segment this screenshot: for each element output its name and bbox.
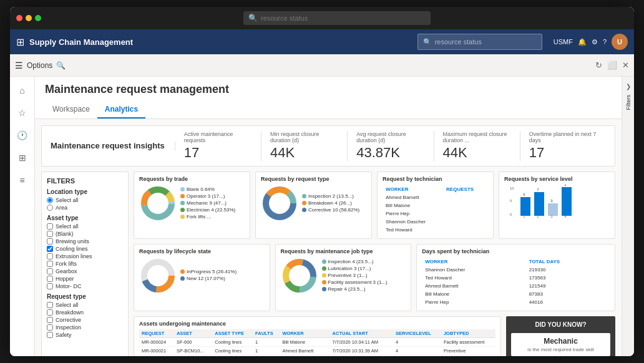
app-bar: 🔍 bbox=[10, 7, 634, 29]
table-row: Ahmed Barnett121549 bbox=[423, 283, 608, 289]
days-col-worker: WORKER bbox=[423, 258, 526, 265]
type-donut-svg bbox=[261, 185, 298, 222]
list-icon[interactable]: ≡ bbox=[14, 172, 31, 189]
svg-text:0: 0 bbox=[510, 213, 512, 216]
browser-search-input[interactable] bbox=[261, 14, 426, 22]
svg-rect-16 bbox=[562, 187, 572, 216]
settings-icon[interactable]: ⚙ bbox=[592, 38, 598, 46]
star-icon[interactable]: ☆ bbox=[14, 104, 31, 122]
charts-mid-row: Requests by lifecycle state InProgress 5… bbox=[134, 244, 615, 311]
open-new-icon[interactable]: ⬜ bbox=[607, 60, 617, 70]
kpi-label-4: Overtime planned in next 7 days bbox=[529, 131, 597, 143]
options-search-icon[interactable]: 🔍 bbox=[56, 61, 66, 70]
filter-req-corrective[interactable]: Corrective bbox=[47, 317, 123, 323]
right-filter-panel: ❯ Filters bbox=[622, 77, 634, 356]
hamburger-icon[interactable]: ☰ bbox=[15, 60, 23, 70]
filter-location-area[interactable]: Area bbox=[47, 205, 123, 211]
d365-search-bar[interactable]: 🔍 bbox=[417, 34, 542, 50]
right-panel-collapse-arrow[interactable]: ❯ bbox=[626, 83, 631, 90]
user-avatar[interactable]: U bbox=[612, 34, 628, 50]
kpi-item-2: Avg request closure duration (d) 43.87K bbox=[348, 131, 434, 161]
search-icon: 🔍 bbox=[248, 14, 258, 22]
chart-trade-donut: Blank 0.64% Operator 3 (17...) Mechanic … bbox=[139, 185, 245, 222]
chart-maintenance-type: Requests by maintenance job type bbox=[275, 244, 412, 311]
kpi-item-0: Active maintenance requests 17 bbox=[175, 131, 261, 161]
svg-text:7: 7 bbox=[537, 188, 539, 191]
chart-trade-title: Requests by trade bbox=[139, 176, 245, 182]
filter-asset-blank[interactable]: (Blank) bbox=[47, 231, 123, 237]
chart-lifecycle: Requests by lifecycle state InProgress 5… bbox=[134, 244, 270, 311]
modules-icon[interactable]: ⊞ bbox=[14, 149, 31, 167]
maint-type-legend: Inspection 4 (23.5...) Lubrication 3 (17… bbox=[322, 259, 388, 293]
service-bar-chart: 10 5 0 1 bbox=[504, 185, 610, 219]
close-icon[interactable]: ✕ bbox=[622, 60, 629, 70]
filter-group-asset: Asset type bbox=[47, 215, 123, 221]
maximize-dot[interactable] bbox=[35, 15, 41, 21]
kpi-value-3: 44K bbox=[443, 145, 511, 161]
filter-req-inspection[interactable]: Inspection bbox=[47, 324, 123, 331]
filters-panel: FILTERS Location type Select all Area As… bbox=[41, 172, 129, 356]
svg-text:10: 10 bbox=[510, 186, 514, 190]
kpi-item-1: Min request closure duration (d) 44K bbox=[261, 131, 348, 161]
filter-asset-motor[interactable]: Motor- DC bbox=[47, 283, 123, 289]
chart-service-level: Requests by service level 10 5 0 bbox=[499, 172, 615, 239]
d365-search-input[interactable] bbox=[435, 38, 537, 46]
table-row: Ted Howard173563 bbox=[423, 274, 608, 281]
home-icon[interactable]: ⌂ bbox=[14, 82, 31, 99]
chart-maint-type-title: Requests by maintenance job type bbox=[281, 248, 406, 254]
filter-asset-forklifts[interactable]: Fork lifts bbox=[47, 261, 123, 267]
service-level-svg: 10 5 0 1 bbox=[507, 185, 582, 219]
minimize-dot[interactable] bbox=[26, 15, 32, 21]
browser-search-bar[interactable]: 🔍 bbox=[243, 11, 431, 25]
filters-title: FILTERS bbox=[47, 177, 123, 185]
filter-req-safety[interactable]: Safety bbox=[47, 332, 123, 338]
table-row: MR-000021SP-BCM10...Cooling lines1Ahmed … bbox=[139, 347, 495, 356]
page-tabs: Workspace Analytics bbox=[45, 101, 612, 119]
dashboard: Maintenance request insights Active main… bbox=[35, 119, 622, 356]
dyk-title: DID YOU KNOW? bbox=[511, 321, 610, 328]
filter-asset-hopper[interactable]: Hopper bbox=[47, 276, 123, 282]
table-row: Bill Malone bbox=[384, 202, 487, 209]
table-row: Shannon Dascher219330 bbox=[423, 266, 608, 273]
filter-asset-gearbox[interactable]: Gearbox bbox=[47, 268, 123, 274]
filter-asset-extrusion[interactable]: Extrusion lines bbox=[47, 253, 123, 259]
charts-top-row: Requests by trade bbox=[134, 172, 615, 239]
lifecycle-legend: InProgress 5 (26.41%) New 12 (17.07%) bbox=[180, 269, 237, 283]
days-col-total: TOTAL DAYS bbox=[527, 258, 608, 265]
recent-icon[interactable]: 🕐 bbox=[14, 127, 31, 144]
table-row: Pierre Hep44016 bbox=[423, 299, 608, 306]
chart-requests-by-type: Requests by request type bbox=[255, 172, 372, 239]
refresh-icon[interactable]: ↻ bbox=[595, 60, 602, 70]
tab-analytics[interactable]: Analytics bbox=[97, 101, 145, 119]
charts-area: FILTERS Location type Select all Area As… bbox=[41, 172, 615, 356]
trade-donut-svg bbox=[139, 185, 177, 222]
content-area: Maintenance request management Workspace… bbox=[35, 77, 622, 356]
notification-icon[interactable]: 🔔 bbox=[578, 38, 587, 46]
svg-rect-15 bbox=[548, 203, 558, 216]
table-row: Ted Howard bbox=[384, 226, 487, 233]
filter-req-all[interactable]: Select all bbox=[47, 302, 123, 308]
filter-location-all[interactable]: Select all bbox=[47, 197, 123, 203]
maintenance-data-table: REQUESTASSETASSET TYPEFAULTSWORKERACTUAL… bbox=[139, 329, 495, 356]
filter-asset-cooling[interactable]: Cooling lines bbox=[47, 246, 123, 252]
filter-group-location: Location type bbox=[47, 188, 123, 195]
filter-req-breakdown[interactable]: Breakdown bbox=[47, 309, 123, 316]
table-row: Ahmed Barnett bbox=[384, 194, 487, 201]
tech-col-worker: WORKER bbox=[384, 186, 443, 193]
table-row: Shannon Dascher bbox=[384, 218, 487, 225]
close-dot[interactable] bbox=[16, 15, 22, 21]
tab-workspace[interactable]: Workspace bbox=[45, 101, 97, 119]
right-panel-filters-label[interactable]: Filters bbox=[625, 95, 632, 110]
chart-type-donut: Inspection 2 (13.5...) Breakdown 4 (26..… bbox=[261, 185, 366, 222]
filter-asset-brewing[interactable]: Brewing units bbox=[47, 238, 123, 244]
help-icon[interactable]: ? bbox=[603, 38, 607, 46]
bottom-section: Assets undergoing maintenance REQUESTASS… bbox=[134, 316, 615, 356]
d365-grid-icon[interactable]: ⊞ bbox=[16, 36, 24, 48]
d365-user-label: USMF bbox=[554, 38, 573, 46]
type-donut-legend: Inspection 2 (13.5...) Breakdown 4 (26..… bbox=[302, 193, 359, 214]
table-row: Pierre Hep bbox=[384, 210, 487, 217]
d365-search-icon: 🔍 bbox=[423, 38, 432, 46]
kpi-label-0: Active maintenance requests bbox=[184, 131, 252, 143]
filter-asset-all[interactable]: Select all bbox=[47, 223, 123, 230]
window-controls bbox=[16, 15, 41, 21]
